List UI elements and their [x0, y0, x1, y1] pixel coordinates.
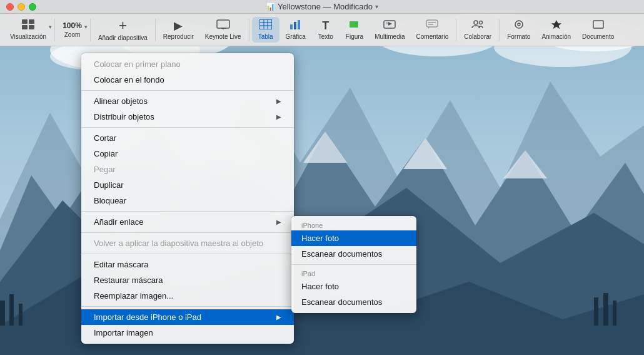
svg-rect-42 — [426, 20, 438, 27]
menu-reemplazar-imagen[interactable]: Reemplazar imagen... — [81, 288, 294, 304]
menu-pegar[interactable]: Pegar — [81, 162, 294, 177]
svg-rect-24 — [29, 19, 34, 24]
toolbar-visualizacion[interactable]: Visualización — [5, 17, 51, 43]
menu-añadir-enlace[interactable]: Añadir enlace ▶ — [81, 214, 294, 230]
tabla-icon — [259, 19, 272, 31]
submenu-arrow-icon: ▶ — [276, 219, 281, 225]
menu-sep-5 — [81, 254, 294, 254]
documento-label: Documento — [582, 33, 614, 40]
toolbar-divider-5 — [456, 19, 456, 41]
menu-copiar[interactable]: Copiar — [81, 146, 294, 162]
animacion-icon — [550, 19, 563, 31]
toolbar-divider-4 — [249, 19, 249, 41]
colaborar-icon — [471, 19, 484, 31]
submenu-sep — [291, 264, 416, 265]
menu-sep-3 — [81, 211, 294, 212]
window-controls[interactable] — [6, 3, 36, 11]
svg-rect-38 — [350, 21, 358, 28]
toolbar-grafica[interactable]: Gráfica — [281, 17, 311, 43]
toolbar: Visualización ▾ 100% Zoom ▾ + Añadir dia… — [0, 14, 644, 46]
texto-label: Texto — [318, 33, 333, 40]
menu-cortar[interactable]: Cortar — [81, 130, 294, 146]
menu-alinear-objetos[interactable]: Alinear objetos ▶ — [81, 93, 294, 109]
menu-volver-aplicar[interactable]: Volver a aplicar la diapositiva maestra … — [81, 235, 294, 251]
toolbar-tabla[interactable]: Tabla — [252, 17, 279, 43]
visualizacion-label: Visualización — [10, 33, 46, 40]
toolbar-divider-6 — [499, 19, 500, 41]
title-chevron-icon[interactable]: ▾ — [375, 3, 378, 10]
toolbar-colaborar[interactable]: Colaborar — [459, 17, 496, 43]
submenu-escanear-iphone[interactable]: Escanear documentos — [291, 246, 416, 262]
menu-editar-mascara[interactable]: Editar máscara — [81, 257, 294, 272]
formato-icon — [513, 19, 525, 31]
menu-distribuir-objetos[interactable]: Distribuir objetos ▶ — [81, 109, 294, 125]
toolbar-multimedia[interactable]: Multimedia — [370, 17, 410, 43]
svg-rect-30 — [259, 19, 272, 29]
toolbar-divider-2 — [90, 19, 91, 41]
multimedia-label: Multimedia — [375, 33, 405, 40]
toolbar-formato[interactable]: Formato — [502, 17, 535, 43]
formato-label: Formato — [507, 33, 530, 40]
toolbar-documento[interactable]: Documento — [577, 17, 619, 43]
svg-rect-37 — [298, 20, 300, 29]
submenu-ipad-header: iPad — [291, 267, 416, 279]
svg-rect-17 — [0, 301, 5, 326]
svg-point-46 — [474, 21, 478, 24]
menu-colocar-primer-plano[interactable]: Colocar en primer plano — [81, 56, 294, 72]
svg-marker-45 — [428, 27, 430, 29]
menu-importar-imagen[interactable]: Importar imagen — [81, 325, 294, 341]
zoom-label: Zoom — [64, 31, 81, 38]
svg-rect-51 — [593, 21, 603, 28]
comentario-label: Comentario — [416, 33, 449, 40]
submenu-escanear-ipad[interactable]: Escanear documentos — [291, 294, 416, 310]
menu-colocar-fondo[interactable]: Colocar en el fondo — [81, 72, 294, 88]
submenu-arrow-icon: ▶ — [276, 98, 281, 105]
minimize-button[interactable] — [18, 3, 25, 11]
submenu-arrow-icon: ▶ — [276, 113, 281, 120]
menu-importar-iphone[interactable]: Importar desde iPhone o iPad ▶ — [81, 309, 294, 325]
toolbar-play[interactable]: ▶ Reproducir — [158, 18, 199, 43]
menu-sep-2 — [81, 127, 294, 128]
maximize-button[interactable] — [29, 3, 36, 11]
submenu-hacer-foto-ipad[interactable]: Hacer foto — [291, 279, 416, 294]
toolbar-zoom[interactable]: 100% Zoom — [58, 19, 87, 41]
menu-sep-4 — [81, 232, 294, 233]
visualizacion-icon — [22, 19, 34, 31]
svg-point-40 — [386, 22, 388, 24]
toolbar-divider-3 — [155, 19, 156, 41]
submenu-iphone-header: iPhone — [291, 219, 416, 230]
menu-sep-1 — [81, 90, 294, 91]
svg-marker-41 — [388, 22, 392, 26]
chevron-zoom-icon: ▾ — [84, 24, 88, 30]
svg-rect-23 — [22, 19, 28, 24]
svg-rect-19 — [19, 304, 23, 326]
svg-point-49 — [518, 23, 520, 26]
play-label: Reproducir — [163, 33, 194, 40]
toolbar-figura[interactable]: Figura — [341, 17, 368, 43]
menu-bloquear[interactable]: Bloquear — [81, 193, 294, 208]
svg-rect-25 — [22, 25, 28, 29]
svg-point-47 — [480, 21, 483, 24]
window-title: 📊 Yellowstone — Modificado ▾ — [266, 2, 378, 11]
zoom-icon: 100% — [63, 22, 82, 29]
grafica-icon — [289, 19, 302, 31]
keynote-live-icon — [216, 19, 230, 31]
toolbar-add-slide[interactable]: + Añadir diapositiva — [93, 16, 153, 44]
toolbar-keynote-live[interactable]: Keynote Live — [200, 17, 246, 43]
figura-label: Figura — [346, 33, 363, 40]
close-button[interactable] — [6, 3, 14, 11]
toolbar-texto[interactable]: T Texto — [312, 18, 340, 43]
menu-duplicar[interactable]: Duplicar — [81, 177, 294, 193]
figura-icon — [349, 19, 360, 31]
submenu-hacer-foto-iphone[interactable]: Hacer foto — [291, 230, 416, 246]
menu-restaurar-mascara[interactable]: Restaurar máscara — [81, 272, 294, 288]
submenu-iphone-ipad: iPhone Hacer foto Escanear documentos iP… — [291, 216, 416, 313]
toolbar-comentario[interactable]: Comentario — [411, 17, 454, 43]
svg-rect-27 — [217, 20, 229, 28]
keynote-live-label: Keynote Live — [205, 33, 241, 40]
toolbar-animacion[interactable]: Animación — [536, 17, 576, 43]
colaborar-label: Colaborar — [464, 33, 491, 40]
multimedia-icon — [383, 19, 396, 31]
add-slide-label: Añadir diapositiva — [98, 34, 148, 41]
menu-sep-6 — [81, 306, 294, 307]
